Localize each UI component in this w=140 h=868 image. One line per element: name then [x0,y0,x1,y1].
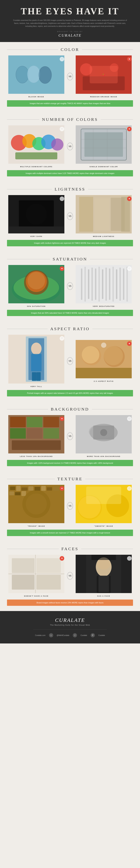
vs-divider-texture: VS [66,502,74,510]
section-title-text-lightness: LIGHTNESS [54,187,86,192]
right-label-aspect-ratio: 2:3 ASPECT RATIO [74,380,133,382]
section-title-text-texture: TEXTURE [57,476,83,481]
svg-rect-94 [22,488,28,491]
svg-rect-97 [41,486,46,491]
svg-rect-65 [32,372,37,381]
svg-rect-78 [27,417,43,427]
left-image-lightness: ♡ [7,195,66,234]
svg-rect-83 [12,440,61,450]
left-image-number-of-colors: ♡ [7,125,66,164]
heart-right-number-of-colors[interactable]: ♥ [127,127,132,131]
svg-rect-80 [10,428,26,439]
svg-point-89 [100,429,107,436]
section-title-aspect-ratio: ASPECT RATIO [7,327,133,331]
svg-rect-115 [12,575,34,590]
svg-rect-92 [10,487,16,490]
heart-left-background[interactable]: ♥ [60,416,64,421]
title-line-left [7,119,39,120]
heart-right-faces[interactable]: ♡ [127,556,132,561]
section-title-number-of-colors: NUMBER OF COLORS [7,117,133,122]
svg-point-19 [51,138,64,151]
section-title-text-color: COLOR [61,47,79,52]
section-title-text-saturation: SATURATION [53,257,87,261]
page-footer: CURALATE The Marketing Suite for the Vis… [0,611,140,644]
svg-rect-52 [102,269,103,299]
svg-rect-20 [16,152,57,159]
svg-rect-116 [37,575,61,590]
right-image-color: 🍓 ♥ [74,56,133,94]
heart-right-saturation[interactable]: ♡ [127,267,132,271]
left-image-background: ♥ [7,415,66,454]
comparison-row-texture: ♥"ROUGH" IMAGEVS ♡"SMOOTH" IMAGE [7,485,133,527]
stat-bar-faces: Brand images without faces receive 23% M… [7,599,133,606]
header-description: Curalate examined the pixels of over 500… [10,19,130,28]
footer-pinterest-label[interactable]: Curalate [98,634,105,636]
svg-text:🍓: 🍓 [102,73,105,76]
right-label-texture: "SMOOTH" IMAGE [74,525,133,527]
stat-bar-texture: Images with a smooth texture are repinne… [7,530,133,536]
svg-rect-99 [53,486,59,491]
section-faces: FACES ♥DOESN'T HAVE A FACEVS ♡HAS A FACE… [0,541,140,611]
svg-point-4 [16,66,29,83]
right-label-number-of-colors: SINGLE DOMINANT COLOR [74,166,133,167]
footer-links-row: Curalate.com t @NikhilCuralate f Curalat… [9,633,131,638]
heart-right-background[interactable]: ♡ [127,416,132,421]
left-image-texture: ♥ [7,485,66,524]
svg-rect-59 [126,267,128,302]
comparison-row-number-of-colors: ♡MULTIPLE DOMINANT COLORSVS ♥SINGLE DOMI… [7,125,133,167]
svg-rect-46 [81,269,83,300]
vs-divider-faces: VS [66,572,74,580]
comparison-row-saturation: ♥50% SATURATIONVS ♡VERY DESATURATED [7,265,133,307]
comparison-row-lightness: ♡VERY DARKVS ♥MEDIUM LIGHTNESS [7,195,133,237]
left-label-texture: "ROUGH" IMAGE [7,525,66,527]
section-title-saturation: SATURATION [7,257,133,261]
left-wrapper-background: ♥LESS THAN 10% BACKGROUND [7,415,66,457]
right-image-saturation: ♡ [74,265,133,304]
left-label-lightness: VERY DARK [7,236,66,237]
svg-rect-81 [27,428,43,439]
heart-left-saturation[interactable]: ♥ [60,267,64,271]
svg-rect-114 [37,558,61,573]
comparison-row-faces: ♥DOESN'T HAVE A FACEVS ♡HAS A FACE [7,555,133,597]
left-wrapper-color: ♡BLUISH IMAGE [7,56,66,98]
section-title-text-number-of-colors: NUMBER OF COLORS [42,117,98,122]
footer-social-handle[interactable]: @NikhilCuralate [57,634,69,636]
svg-rect-124 [98,576,109,592]
svg-point-6 [39,67,51,83]
svg-point-125 [97,559,111,569]
vs-circle-aspect-ratio: VS [67,357,73,365]
svg-rect-23 [85,132,123,157]
svg-rect-95 [28,486,33,491]
vs-divider-background: VS [66,432,74,440]
title-line-right [101,119,133,120]
section-title-background: BACKGROUND [7,407,133,412]
heart-left-number-of-colors[interactable]: ♡ [60,127,64,131]
heart-left-faces[interactable]: ♥ [60,556,64,561]
section-title-texture: TEXTURE [7,476,133,481]
title-line-left [7,409,48,409]
right-label-saturation: VERY DESATURATED [74,305,133,307]
section-saturation: SATURATION ♥50% SATURATIONVS ♡VERY DESAT… [0,252,140,321]
right-image-faces: ♡ [74,555,133,594]
right-wrapper-texture: ♡"SMOOTH" IMAGE [74,485,133,527]
svg-rect-36 [95,198,109,230]
footer-icon-twitter: t [49,633,53,638]
vs-divider-color: VS [66,73,74,81]
svg-point-33 [26,204,47,225]
svg-rect-102 [22,491,26,496]
svg-rect-58 [123,269,124,300]
left-wrapper-lightness: ♡VERY DARK [7,195,66,237]
right-wrapper-number-of-colors: ♥SINGLE DOMINANT COLOR [74,125,133,167]
footer-link-website[interactable]: Curalate.com [35,634,45,636]
brought-to-you-label: BROUGHT TO YOU BY [9,31,131,32]
page-header: THE EYES HAVE IT Curalate examined the p… [0,0,140,42]
section-title-text-aspect-ratio: ASPECT RATIO [50,327,90,331]
section-color: COLOR ♡BLUISH IMAGEVS 🍓 ♥REDDISH-ORANGE … [0,42,140,112]
section-lightness: LIGHTNESS ♡VERY DARKVS ♥MEDIUM LIGHTNESS… [0,182,140,252]
svg-rect-100 [9,491,14,495]
right-wrapper-aspect-ratio: ♥2:3 ASPECT RATIO [74,340,133,382]
left-label-aspect-ratio: VERY TALL [7,385,66,388]
vs-divider-number-of-colors: VS [66,143,74,150]
footer-facebook-label[interactable]: Curalate [80,634,87,636]
svg-point-70 [82,346,99,364]
